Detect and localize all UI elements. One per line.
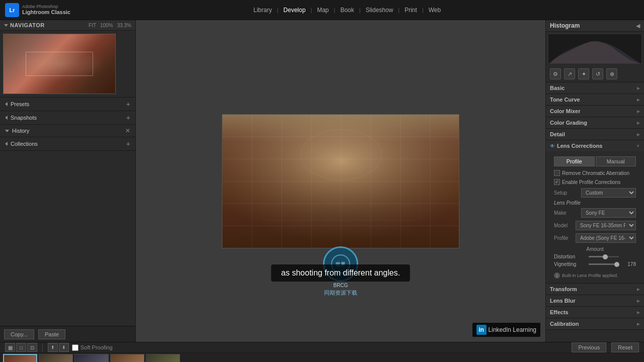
zoom-fit-label[interactable]: FIT: [89, 23, 96, 28]
calibration-header[interactable]: Calibration ▶: [546, 318, 644, 329]
histogram-header: Histogram ◀: [546, 20, 644, 32]
amount-label: Amount: [554, 246, 636, 252]
crop-tool[interactable]: ↗: [564, 68, 575, 79]
soft-proofing-toggle[interactable]: Soft Proofing: [72, 344, 113, 351]
paste-button[interactable]: Paste: [38, 329, 65, 339]
collections-add-button[interactable]: +: [126, 140, 130, 148]
amount-section: Amount Distortion Vignetting: [550, 244, 640, 271]
color-mixer-header[interactable]: Color Mixer ▶: [546, 106, 644, 117]
detail-section: Detail ▶: [546, 129, 644, 140]
history-close-button[interactable]: ✕: [125, 127, 130, 134]
chromatic-aberration-checkbox[interactable]: [554, 170, 560, 176]
detail-expand-icon: ▶: [637, 132, 640, 137]
make-row: Make Sony FE: [550, 207, 640, 219]
vignetting-thumb[interactable]: [614, 262, 619, 267]
color-grading-section: Color Grading ▶: [546, 117, 644, 129]
snapshots-header[interactable]: Snapshots +: [0, 111, 135, 124]
sort-button-2[interactable]: ⬇: [59, 343, 69, 352]
nav-slideshow[interactable]: Slideshow: [361, 7, 398, 14]
distortion-track[interactable]: [589, 256, 619, 257]
loupe-view-button[interactable]: □: [16, 343, 26, 352]
navigator-tool[interactable]: ⊕: [606, 68, 617, 79]
watermark-description: 同期资源下载: [324, 289, 357, 297]
setup-dropdown[interactable]: Custom: [581, 188, 636, 198]
transform-header[interactable]: Transform ▶: [546, 284, 644, 295]
view-mode-buttons: ▦ □ ⊡: [5, 343, 37, 352]
nav-book[interactable]: Book: [335, 7, 359, 14]
tone-curve-section: Tone Curve ▶: [546, 94, 644, 106]
color-grading-header[interactable]: Color Grading ▶: [546, 117, 644, 128]
history-header[interactable]: History ✕: [0, 125, 135, 137]
tone-curve-title: Tone Curve: [550, 97, 580, 103]
collections-header[interactable]: Collections +: [0, 137, 135, 150]
lens-corrections-eye-icon[interactable]: 👁: [550, 143, 555, 149]
compare-view-button[interactable]: ⊡: [27, 343, 37, 352]
linkedin-icon: in: [476, 325, 487, 335]
setup-row: Setup Custom: [550, 187, 640, 199]
copy-button[interactable]: Copy...: [4, 329, 34, 339]
tone-curve-expand-icon: ▶: [637, 98, 640, 102]
color-mixer-section: Color Mixer ▶: [546, 106, 644, 117]
grid-view-button[interactable]: ▦: [5, 343, 15, 352]
lens-manual-tab[interactable]: Manual: [596, 156, 636, 166]
zoom-custom-label[interactable]: 33.3%: [117, 23, 131, 28]
lens-blur-section: Lens Blur ▶: [546, 295, 644, 307]
make-dropdown[interactable]: Sony FE: [581, 208, 636, 218]
histogram-collapse-icon[interactable]: ◀: [636, 23, 640, 29]
reset-button[interactable]: Reset: [611, 342, 639, 352]
mask-tool[interactable]: ↺: [592, 68, 603, 79]
effects-title: Effects: [550, 309, 569, 315]
nav-image-preview: [3, 34, 116, 94]
nav-web[interactable]: Web: [424, 7, 446, 14]
profile-row: Profile Adobe (Sony FE 16-35mm F...: [550, 232, 640, 244]
snapshots-expand-icon: [5, 116, 8, 120]
basic-section-header[interactable]: Basic ▶: [546, 82, 644, 94]
right-panel: Histogram ◀ ⚙ ↗ ✦ ↺ ⊕ Basic ▶: [545, 20, 644, 342]
basic-section-title: Basic: [550, 85, 565, 91]
filmstrip-thumb-2[interactable]: [39, 354, 73, 362]
lens-blur-title: Lens Blur: [550, 298, 576, 304]
previous-button[interactable]: Previous: [572, 342, 606, 352]
zoom-100-label[interactable]: 100%: [100, 23, 113, 28]
vignetting-value: 178: [621, 261, 636, 267]
nav-library[interactable]: Library: [249, 7, 277, 14]
effects-header[interactable]: Effects ▶: [546, 307, 644, 318]
distortion-label: Distortion: [554, 254, 587, 259]
built-in-profile-message: i Built-in Lens Profile applied.: [550, 271, 640, 280]
linkedin-learning-logo: in LinkedIn Learning: [472, 323, 540, 337]
filmstrip-thumb-5[interactable]: [146, 354, 180, 362]
filmstrip-thumb-4[interactable]: [110, 354, 144, 362]
soft-proofing-label: Soft Proofing: [80, 344, 113, 350]
presets-add-button[interactable]: +: [126, 100, 130, 108]
filmstrip-thumb-1[interactable]: [3, 354, 37, 362]
history-panel: History ✕: [0, 125, 135, 137]
model-dropdown[interactable]: Sony FE 16-35mm F4 ZA OSS: [576, 221, 636, 230]
profile-corrections-checkbox[interactable]: [554, 179, 560, 185]
vignetting-track[interactable]: [589, 263, 619, 265]
filmstrip-thumb-3[interactable]: [74, 354, 109, 362]
top-menu-bar: Lr Adobe Photoshop Lightroom Classic Lib…: [0, 0, 644, 20]
soft-proofing-checkbox[interactable]: [72, 344, 78, 351]
profile-dropdown[interactable]: Adobe (Sony FE 16-35mm F...: [576, 233, 636, 243]
left-panel: Navigator FIT 100% 33.3%: [0, 20, 136, 342]
distortion-thumb[interactable]: [603, 254, 608, 259]
healing-tool[interactable]: ✦: [578, 68, 589, 79]
detail-header[interactable]: Detail ▶: [546, 129, 644, 140]
nav-map[interactable]: Map: [312, 7, 334, 14]
snapshots-add-button[interactable]: +: [126, 114, 130, 122]
filmstrip-area: ▦ □ ⊡ ⬆ ⬇ Soft Proofing Previous Reset: [0, 342, 644, 362]
collections-panel: Collections +: [0, 137, 135, 151]
lens-blur-header[interactable]: Lens Blur ▶: [546, 295, 644, 306]
nav-print[interactable]: Print: [399, 7, 422, 14]
tone-curve-header[interactable]: Tone Curve ▶: [546, 94, 644, 105]
navigator-header[interactable]: Navigator FIT 100% 33.3%: [0, 20, 135, 31]
lens-profile-tab[interactable]: Profile: [554, 156, 595, 166]
lens-tabs: Profile Manual: [550, 154, 640, 168]
basic-adjustments-tool[interactable]: ⚙: [550, 68, 561, 79]
main-image: [222, 114, 459, 248]
sort-button-1[interactable]: ⬆: [48, 343, 58, 352]
nav-develop[interactable]: Develop: [278, 7, 310, 14]
lens-corrections-header[interactable]: 👁 Lens Corrections ▼: [546, 140, 644, 151]
presets-header[interactable]: Presets +: [0, 98, 135, 111]
watermark-brand: BRCG: [334, 283, 348, 288]
